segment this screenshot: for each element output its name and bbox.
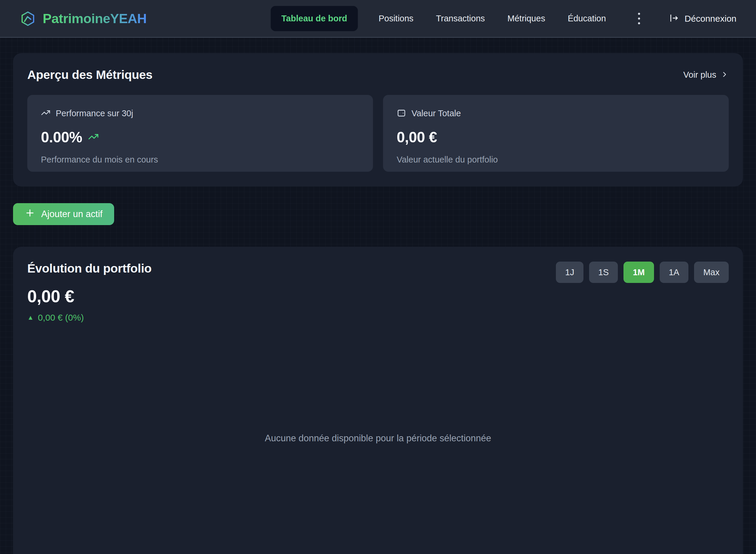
brand-logo[interactable]: PatrimoineYEAH <box>19 10 147 27</box>
logout-button[interactable]: Déconnexion <box>669 13 737 24</box>
portfolio-value: 0,00 € <box>27 286 152 306</box>
range-button-1s[interactable]: 1S <box>589 262 618 283</box>
metric-description: Valeur actuelle du portfolio <box>397 155 715 165</box>
tab-metriques[interactable]: Métriques <box>506 14 547 23</box>
metric-card-total-value: Valeur Totale 0,00 € Valeur actuelle du … <box>383 95 729 172</box>
more-menu-kebab-icon[interactable] <box>635 10 643 27</box>
top-navbar: PatrimoineYEAH Tableau de bord Positions… <box>0 0 756 38</box>
metric-cards-row: Performance sur 30j 0.00% Performance du… <box>27 95 729 172</box>
main-nav: Tableau de bord Positions Transactions M… <box>271 6 608 31</box>
plus-icon <box>24 208 35 221</box>
tab-positions[interactable]: Positions <box>377 14 415 23</box>
logout-label: Déconnexion <box>685 14 737 24</box>
main-content: Aperçu des Métriques Voir plus <box>0 53 756 554</box>
metrics-panel-title: Aperçu des Métriques <box>27 68 153 82</box>
range-button-max[interactable]: Max <box>694 262 729 283</box>
trending-up-icon <box>41 108 50 119</box>
add-asset-button[interactable]: Ajouter un actif <box>13 203 114 225</box>
see-more-link[interactable]: Voir plus <box>683 70 729 80</box>
metric-value: 0.00% <box>41 129 82 146</box>
time-range-selector: 1J 1S 1M 1A Max <box>556 262 729 283</box>
hexagon-trend-logo-icon <box>19 10 36 27</box>
range-button-1j[interactable]: 1J <box>556 262 583 283</box>
metrics-overview-panel: Aperçu des Métriques Voir plus <box>13 53 743 186</box>
brand-name: PatrimoineYEAH <box>43 11 147 26</box>
chevron-right-icon <box>720 70 729 80</box>
see-more-label: Voir plus <box>683 70 716 80</box>
metric-card-performance: Performance sur 30j 0.00% Performance du… <box>27 95 373 172</box>
portfolio-change-label: 0,00 € (0%) <box>38 313 84 323</box>
tab-transactions[interactable]: Transactions <box>434 14 487 23</box>
chart-empty-message: Aucune donnée disponible pour la période… <box>265 433 491 444</box>
metric-value: 0,00 € <box>397 129 437 146</box>
portfolio-evolution-panel: Évolution du portfolio 0,00 € ▲ 0,00 € (… <box>13 247 743 554</box>
tab-education[interactable]: Éducation <box>566 14 608 23</box>
add-asset-label: Ajouter un actif <box>41 209 103 219</box>
tab-tableau-de-bord[interactable]: Tableau de bord <box>271 6 358 31</box>
wallet-icon <box>397 108 406 119</box>
triangle-up-icon: ▲ <box>27 314 34 321</box>
range-button-1a[interactable]: 1A <box>660 262 688 283</box>
portfolio-header-left: Évolution du portfolio 0,00 € ▲ 0,00 € (… <box>27 262 152 323</box>
metric-description: Performance du mois en cours <box>41 155 359 165</box>
portfolio-change: ▲ 0,00 € (0%) <box>27 313 152 323</box>
portfolio-chart-area: Aucune donnée disponible pour la période… <box>27 323 729 554</box>
trending-up-green-icon <box>88 131 99 143</box>
logout-icon <box>669 13 679 24</box>
range-button-1m[interactable]: 1M <box>624 262 654 283</box>
metric-label: Performance sur 30j <box>56 109 133 118</box>
metric-label: Valeur Totale <box>411 109 461 118</box>
portfolio-title: Évolution du portfolio <box>27 262 152 276</box>
